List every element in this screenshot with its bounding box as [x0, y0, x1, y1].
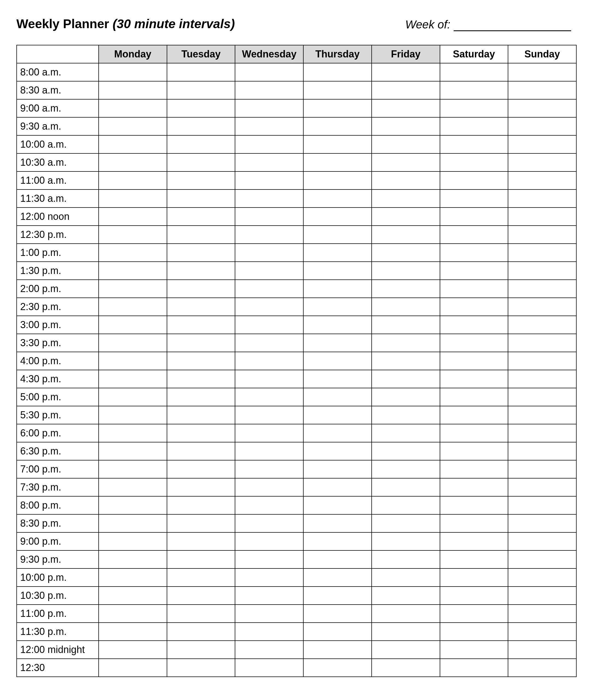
planner-cell[interactable]	[235, 641, 303, 659]
planner-cell[interactable]	[303, 496, 372, 514]
planner-cell[interactable]	[98, 514, 167, 532]
planner-cell[interactable]	[235, 623, 303, 641]
planner-cell[interactable]	[372, 99, 440, 117]
planner-cell[interactable]	[167, 587, 235, 604]
planner-cell[interactable]	[508, 460, 576, 478]
planner-cell[interactable]	[508, 352, 576, 370]
planner-cell[interactable]	[98, 496, 167, 514]
planner-cell[interactable]	[372, 280, 440, 298]
planner-cell[interactable]	[235, 532, 303, 550]
planner-cell[interactable]	[372, 244, 440, 262]
planner-cell[interactable]	[372, 63, 440, 81]
planner-cell[interactable]	[440, 406, 508, 424]
planner-cell[interactable]	[440, 604, 508, 623]
planner-cell[interactable]	[235, 334, 303, 352]
planner-cell[interactable]	[508, 153, 576, 172]
planner-cell[interactable]	[508, 334, 576, 352]
planner-cell[interactable]	[440, 81, 508, 99]
planner-cell[interactable]	[372, 623, 440, 641]
planner-cell[interactable]	[508, 604, 576, 623]
planner-cell[interactable]	[98, 352, 167, 370]
planner-cell[interactable]	[372, 370, 440, 388]
planner-cell[interactable]	[508, 135, 576, 153]
planner-cell[interactable]	[98, 623, 167, 641]
planner-cell[interactable]	[98, 280, 167, 298]
planner-cell[interactable]	[372, 334, 440, 352]
planner-cell[interactable]	[440, 316, 508, 334]
planner-cell[interactable]	[167, 460, 235, 478]
planner-cell[interactable]	[167, 262, 235, 280]
planner-cell[interactable]	[303, 604, 372, 623]
planner-cell[interactable]	[167, 496, 235, 514]
planner-cell[interactable]	[508, 81, 576, 99]
planner-cell[interactable]	[303, 172, 372, 189]
planner-cell[interactable]	[303, 587, 372, 604]
planner-cell[interactable]	[303, 532, 372, 550]
planner-cell[interactable]	[303, 478, 372, 496]
planner-cell[interactable]	[440, 280, 508, 298]
planner-cell[interactable]	[167, 117, 235, 135]
planner-cell[interactable]	[98, 478, 167, 496]
planner-cell[interactable]	[98, 334, 167, 352]
planner-cell[interactable]	[508, 478, 576, 496]
planner-cell[interactable]	[508, 496, 576, 514]
planner-cell[interactable]	[235, 460, 303, 478]
planner-cell[interactable]	[235, 172, 303, 189]
planner-cell[interactable]	[440, 424, 508, 442]
planner-cell[interactable]	[440, 568, 508, 587]
planner-cell[interactable]	[303, 550, 372, 568]
planner-cell[interactable]	[167, 352, 235, 370]
planner-cell[interactable]	[235, 352, 303, 370]
planner-cell[interactable]	[440, 334, 508, 352]
planner-cell[interactable]	[235, 496, 303, 514]
planner-cell[interactable]	[372, 514, 440, 532]
planner-cell[interactable]	[508, 550, 576, 568]
planner-cell[interactable]	[235, 262, 303, 280]
planner-cell[interactable]	[235, 81, 303, 99]
planner-cell[interactable]	[98, 262, 167, 280]
planner-cell[interactable]	[98, 568, 167, 587]
planner-cell[interactable]	[372, 298, 440, 316]
planner-cell[interactable]	[440, 587, 508, 604]
planner-cell[interactable]	[440, 135, 508, 153]
planner-cell[interactable]	[372, 641, 440, 659]
planner-cell[interactable]	[303, 370, 372, 388]
planner-cell[interactable]	[372, 189, 440, 208]
planner-cell[interactable]	[167, 406, 235, 424]
planner-cell[interactable]	[303, 623, 372, 641]
planner-cell[interactable]	[98, 135, 167, 153]
planner-cell[interactable]	[508, 442, 576, 460]
planner-cell[interactable]	[440, 623, 508, 641]
planner-cell[interactable]	[167, 514, 235, 532]
planner-cell[interactable]	[508, 117, 576, 135]
planner-cell[interactable]	[440, 478, 508, 496]
planner-cell[interactable]	[167, 172, 235, 189]
planner-cell[interactable]	[98, 442, 167, 460]
planner-cell[interactable]	[98, 81, 167, 99]
planner-cell[interactable]	[303, 659, 372, 677]
planner-cell[interactable]	[98, 370, 167, 388]
planner-cell[interactable]	[508, 226, 576, 244]
planner-cell[interactable]	[98, 99, 167, 117]
planner-cell[interactable]	[372, 262, 440, 280]
planner-cell[interactable]	[303, 334, 372, 352]
planner-cell[interactable]	[167, 604, 235, 623]
planner-cell[interactable]	[167, 63, 235, 81]
planner-cell[interactable]	[167, 298, 235, 316]
planner-cell[interactable]	[303, 117, 372, 135]
planner-cell[interactable]	[508, 99, 576, 117]
planner-cell[interactable]	[508, 189, 576, 208]
planner-cell[interactable]	[167, 208, 235, 226]
planner-cell[interactable]	[372, 442, 440, 460]
planner-cell[interactable]	[235, 208, 303, 226]
planner-cell[interactable]	[372, 172, 440, 189]
planner-cell[interactable]	[235, 604, 303, 623]
planner-cell[interactable]	[440, 208, 508, 226]
planner-cell[interactable]	[303, 514, 372, 532]
planner-cell[interactable]	[98, 117, 167, 135]
planner-cell[interactable]	[98, 208, 167, 226]
planner-cell[interactable]	[303, 298, 372, 316]
planner-cell[interactable]	[98, 641, 167, 659]
planner-cell[interactable]	[508, 370, 576, 388]
planner-cell[interactable]	[303, 424, 372, 442]
